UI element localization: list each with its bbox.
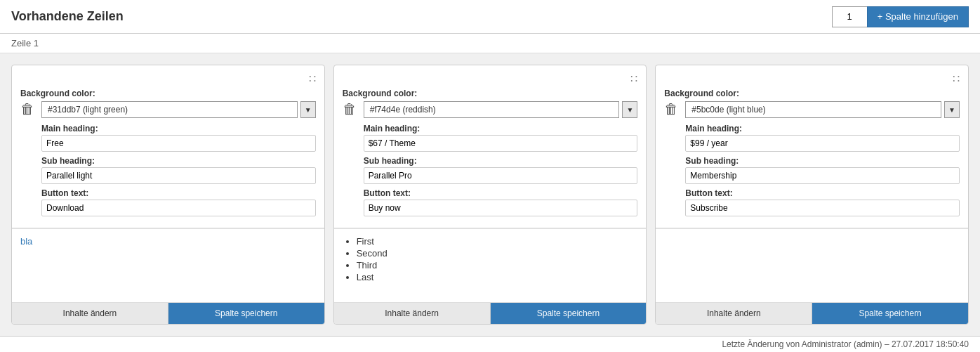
column-card-3: ∷Background color:🗑 #5bc0de (light blue)… bbox=[655, 65, 969, 325]
bg-color-label-1: Background color: bbox=[20, 89, 316, 98]
main-heading-label-2: Main heading: bbox=[364, 124, 638, 133]
column-number-input[interactable] bbox=[832, 6, 867, 27]
inhalte-aendern-btn-1[interactable]: Inhalte ändern bbox=[12, 303, 168, 324]
button-text-input-2[interactable] bbox=[364, 200, 638, 216]
footer-status: Letzte Änderung von Administrator (admin… bbox=[0, 336, 980, 352]
button-text-input-3[interactable] bbox=[685, 200, 960, 216]
status-text: Letzte Änderung von Administrator (admin… bbox=[722, 339, 969, 349]
card-top-3: ∷Background color:🗑 #5bc0de (light blue)… bbox=[656, 65, 968, 228]
card-middle-3 bbox=[656, 228, 968, 302]
sub-heading-label-1: Sub heading: bbox=[41, 156, 316, 166]
sub-heading-input-3[interactable] bbox=[685, 167, 960, 184]
bg-color-display-1: #31ddb7 (light green) bbox=[41, 101, 298, 118]
color-dropdown-btn-3[interactable]: ▼ bbox=[944, 101, 960, 118]
page-wrapper: Vorhandene Zeilen + Spalte hinzufügen Ze… bbox=[0, 0, 980, 352]
row-label: Zeile 1 bbox=[11, 38, 39, 48]
bg-color-display-2: #f74d4e (reddish) bbox=[364, 101, 620, 118]
drag-handle[interactable]: ∷ bbox=[630, 72, 637, 86]
drag-handle[interactable]: ∷ bbox=[309, 72, 316, 86]
sub-heading-input-2[interactable] bbox=[364, 167, 638, 184]
button-text-label-2: Button text: bbox=[364, 188, 638, 198]
bg-color-label-2: Background color: bbox=[343, 89, 638, 98]
inhalte-aendern-btn-3[interactable]: Inhalte ändern bbox=[656, 303, 812, 324]
card-middle-2: FirstSecondThirdLast bbox=[334, 228, 647, 302]
card-footer-3: Inhalte ändern Spalte speichern bbox=[656, 302, 968, 324]
delete-icon-1[interactable]: 🗑 bbox=[20, 101, 34, 117]
list-item: Second bbox=[357, 248, 638, 259]
card-top-2: ∷Background color:🗑 #f74d4e (reddish) ▼ … bbox=[334, 65, 647, 228]
card-top-1: ∷Background color:🗑 #31ddb7 (light green… bbox=[12, 65, 324, 228]
card-middle-1: bla bbox=[12, 228, 324, 302]
content-text-1: bla bbox=[20, 236, 32, 247]
inhalte-aendern-btn-2[interactable]: Inhalte ändern bbox=[334, 303, 491, 324]
button-text-input-1[interactable] bbox=[41, 200, 316, 216]
spalte-speichern-btn-1[interactable]: Spalte speichern bbox=[168, 303, 324, 324]
list-item: Last bbox=[357, 272, 638, 282]
main-heading-input-3[interactable] bbox=[685, 135, 960, 152]
sub-heading-label-3: Sub heading: bbox=[685, 156, 960, 166]
spalte-speichern-btn-3[interactable]: Spalte speichern bbox=[812, 303, 968, 324]
row-label-bar: Zeile 1 bbox=[0, 34, 980, 53]
content-list-2: FirstSecondThirdLast bbox=[343, 236, 638, 282]
delete-icon-3[interactable]: 🗑 bbox=[664, 101, 678, 117]
bg-color-display-3: #5bc0de (light blue) bbox=[685, 101, 941, 118]
drag-handle[interactable]: ∷ bbox=[953, 72, 960, 86]
sub-heading-label-2: Sub heading: bbox=[364, 156, 638, 166]
color-dropdown-btn-1[interactable]: ▼ bbox=[300, 101, 316, 118]
sub-heading-input-1[interactable] bbox=[41, 167, 316, 184]
card-footer-1: Inhalte ändern Spalte speichern bbox=[12, 302, 324, 324]
card-footer-2: Inhalte ändern Spalte speichern bbox=[334, 302, 647, 324]
list-item: First bbox=[357, 236, 638, 247]
button-text-label-1: Button text: bbox=[41, 188, 316, 198]
main-heading-label-1: Main heading: bbox=[41, 124, 316, 133]
button-text-label-3: Button text: bbox=[685, 188, 960, 198]
color-dropdown-btn-2[interactable]: ▼ bbox=[622, 101, 637, 118]
main-heading-input-1[interactable] bbox=[41, 135, 316, 152]
list-item: Third bbox=[357, 260, 638, 270]
column-card-1: ∷Background color:🗑 #31ddb7 (light green… bbox=[11, 65, 325, 325]
delete-icon-2[interactable]: 🗑 bbox=[343, 101, 357, 117]
bg-color-label-3: Background color: bbox=[664, 89, 960, 98]
top-right-section: + Spalte hinzufügen bbox=[832, 6, 969, 27]
columns-area: ∷Background color:🗑 #31ddb7 (light green… bbox=[0, 53, 980, 336]
column-card-2: ∷Background color:🗑 #f74d4e (reddish) ▼ … bbox=[333, 65, 647, 325]
spalte-speichern-btn-2[interactable]: Spalte speichern bbox=[491, 303, 647, 324]
main-heading-input-2[interactable] bbox=[364, 135, 638, 152]
header-bar: Vorhandene Zeilen + Spalte hinzufügen bbox=[0, 0, 980, 34]
page-title: Vorhandene Zeilen bbox=[11, 9, 124, 24]
add-column-button[interactable]: + Spalte hinzufügen bbox=[867, 6, 969, 27]
main-heading-label-3: Main heading: bbox=[685, 124, 960, 133]
